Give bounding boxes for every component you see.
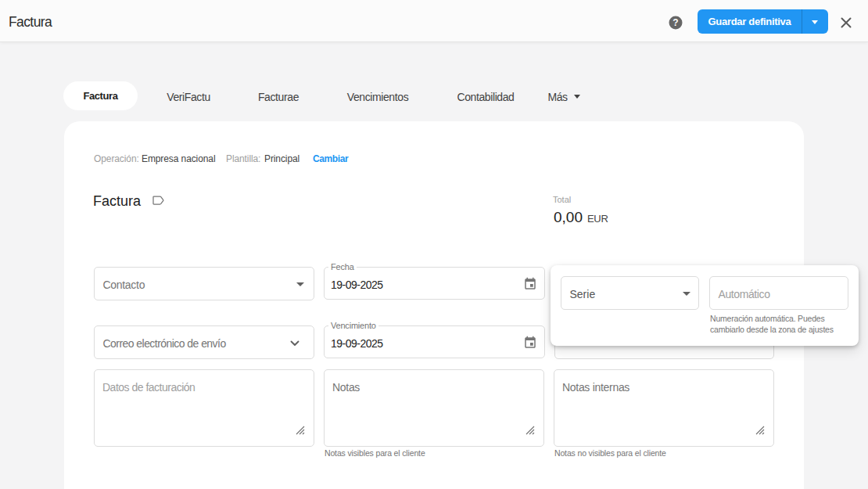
svg-text:?: ? (673, 17, 678, 28)
